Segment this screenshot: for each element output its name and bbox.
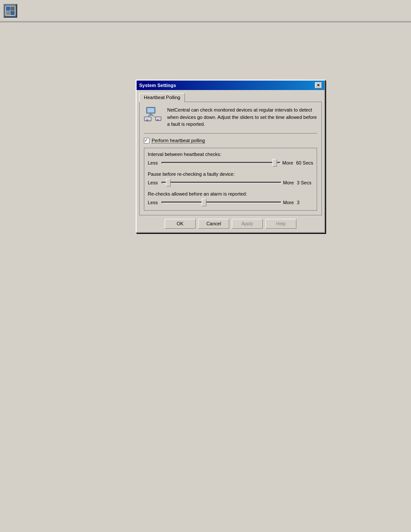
slider-interval-value: 60 Secs <box>296 160 313 165</box>
dialog-buttons: OK Cancel Apply Help <box>137 215 324 232</box>
description-text: NetCentral can check monitored devices a… <box>167 106 317 128</box>
title-bar-title: System Settings <box>139 83 176 88</box>
slider-rechecks-track-row: Less More 3 <box>148 198 313 207</box>
help-button[interactable]: Help <box>265 219 296 229</box>
slider-pause-more: More <box>283 180 295 185</box>
slider-row-pause: Pause before re-checking a faulty device… <box>148 171 313 187</box>
description-area: NetCentral can check monitored devices a… <box>144 106 317 134</box>
dialog-title: System Settings <box>139 83 176 88</box>
perform-heartbeat-label[interactable]: Perform heartbeat polling <box>152 138 205 143</box>
slider-rechecks-wrapper[interactable] <box>162 198 281 207</box>
app-icon <box>3 4 17 18</box>
slider-rechecks-track <box>162 202 281 203</box>
slider-pause-less: Less <box>148 180 160 185</box>
ok-button[interactable]: OK <box>165 219 196 229</box>
slider-pause-track-row: Less More 3 Secs <box>148 178 313 187</box>
slider-interval-thumb[interactable] <box>272 159 277 167</box>
slider-pause-value: 3 Secs <box>297 180 313 185</box>
slider-row-interval: Interval between heartbeat checks: Less … <box>148 152 313 167</box>
slider-interval-less: Less <box>148 160 160 165</box>
slider-rechecks-more: More <box>283 200 295 205</box>
slider-interval-more: More <box>282 160 294 165</box>
slider-interval-track-row: Less More 60 Secs <box>148 159 313 167</box>
svg-rect-2 <box>10 6 15 11</box>
slider-rechecks-value: 3 <box>297 200 313 205</box>
slider-row-rechecks: Re-checks allowed before an alarm is rep… <box>148 191 313 207</box>
dialog-content: NetCentral can check monitored devices a… <box>139 102 322 215</box>
slider-rechecks-thumb[interactable] <box>202 199 206 206</box>
system-settings-dialog: System Settings ✕ Heartbeat Polling <box>136 80 325 233</box>
slider-interval-track <box>162 162 280 164</box>
slider-pause-track <box>162 182 281 184</box>
tab-heartbeat-polling[interactable]: Heartbeat Polling <box>139 93 185 102</box>
slider-pause-label: Pause before re-checking a faulty device… <box>148 171 313 177</box>
slider-pause-wrapper[interactable] <box>162 178 281 187</box>
toolbar <box>0 0 411 22</box>
perform-heartbeat-checkbox[interactable] <box>144 138 149 143</box>
dialog-window: System Settings ✕ Heartbeat Polling <box>136 80 325 233</box>
checkbox-row: Perform heartbeat polling <box>144 138 317 143</box>
svg-rect-1 <box>6 6 10 11</box>
sliders-section: Interval between heartbeat checks: Less … <box>144 148 317 211</box>
svg-rect-16 <box>156 117 161 120</box>
frame-line <box>0 22 411 22</box>
title-bar: System Settings ✕ <box>137 81 324 90</box>
svg-rect-3 <box>6 11 10 15</box>
svg-point-18 <box>157 119 159 121</box>
cancel-button[interactable]: Cancel <box>198 219 229 229</box>
svg-rect-4 <box>10 11 15 15</box>
slider-rechecks-label: Re-checks allowed before an alarm is rep… <box>148 191 313 196</box>
tab-strip: Heartbeat Polling <box>137 90 324 102</box>
slider-interval-wrapper[interactable] <box>162 159 280 167</box>
slider-pause-thumb[interactable] <box>166 179 171 187</box>
network-devices-icon <box>144 106 162 124</box>
apply-button[interactable]: Apply <box>232 219 263 229</box>
svg-point-17 <box>146 119 148 121</box>
svg-rect-9 <box>150 113 152 115</box>
close-button[interactable]: ✕ <box>315 82 322 88</box>
slider-interval-label: Interval between heartbeat checks: <box>148 152 313 157</box>
slider-rechecks-less: Less <box>148 200 160 205</box>
title-bar-controls: ✕ <box>315 82 322 88</box>
svg-rect-8 <box>147 108 154 112</box>
